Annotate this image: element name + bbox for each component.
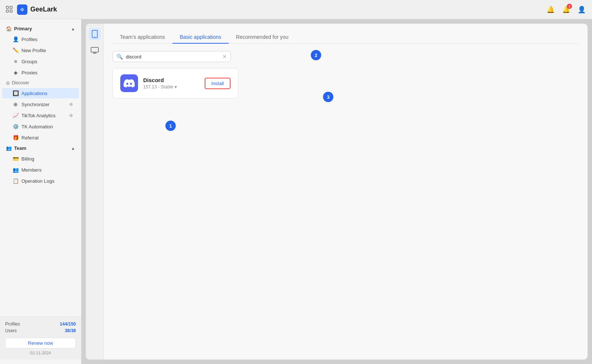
step-badge-3: 3 — [323, 92, 333, 102]
titlebar-right: 🔔 🔔 1 👤 — [546, 5, 586, 14]
svg-rect-0 — [6, 6, 9, 9]
search-input[interactable] — [126, 54, 219, 60]
groups-icon: ≡ — [13, 58, 18, 64]
sidebar-item-new-profile[interactable]: ✏️ New Profile — [2, 45, 79, 55]
content-area: Team's applications Basic applications R… — [81, 19, 592, 364]
primary-section-title: 🏠 Primary — [6, 26, 32, 31]
sidebar-item-billing[interactable]: 💳 Billing — [2, 154, 79, 164]
side-icon-bar — [86, 24, 104, 360]
search-clear-icon[interactable]: ✕ — [222, 54, 227, 60]
sidebar-section-primary[interactable]: 🏠 Primary ▲ — [0, 24, 81, 34]
sidebar-item-synchronizer[interactable]: ⊕ Synchronizer ⊕ — [2, 99, 79, 109]
renew-button[interactable]: Renew now — [5, 338, 76, 348]
sidebar-item-groups[interactable]: ≡ Groups — [2, 56, 79, 67]
notification-badge: 1 — [567, 4, 572, 9]
primary-chevron-icon: ▲ — [71, 27, 75, 31]
sidebar-item-tk-automation[interactable]: ⚙️ TK Automation — [2, 121, 79, 132]
discord-app-info: Discord 157.13 - Stable ▾ — [143, 77, 199, 90]
discord-app-name: Discord — [143, 77, 199, 83]
tiktok-analytics-icon: 📈 — [13, 112, 18, 118]
search-bar: 🔍 ✕ — [112, 51, 231, 62]
sidebar: 🏠 Primary ▲ 👤 Profiles ✏️ New Profile ≡ … — [0, 19, 81, 364]
tk-automation-icon: ⚙️ — [13, 124, 18, 129]
svg-point-6 — [94, 36, 95, 37]
sidebar-item-proxies[interactable]: ◈ Proxies — [2, 67, 79, 78]
discover-icon: ◎ — [6, 80, 10, 85]
users-count: 38/38 — [65, 328, 76, 333]
billing-icon: 💳 — [13, 156, 18, 162]
sidebar-item-operation-logs[interactable]: 📋 Operation Logs — [2, 176, 79, 186]
step-badge-1: 1 — [165, 121, 176, 131]
search-icon: 🔍 — [117, 54, 123, 60]
analytics-badge: ⊕ — [69, 113, 73, 118]
svg-rect-7 — [91, 47, 98, 52]
step-badge-2: 2 — [311, 50, 321, 60]
users-usage-row: Users 38/38 — [5, 328, 76, 333]
discord-app-icon — [120, 74, 138, 92]
new-profile-icon: ✏️ — [13, 47, 18, 53]
discord-app-version: 157.13 - Stable ▾ — [143, 84, 199, 90]
operation-logs-icon: 📋 — [13, 178, 18, 184]
version-dropdown-icon[interactable]: ▾ — [175, 84, 177, 90]
app-name: GeeLark — [30, 6, 57, 13]
svg-rect-3 — [10, 10, 12, 12]
mobile-view-icon[interactable] — [89, 28, 101, 40]
window-toggle-icon[interactable] — [6, 6, 13, 13]
main-layout: 🏠 Primary ▲ 👤 Profiles ✏️ New Profile ≡ … — [0, 19, 592, 364]
desktop-view-icon[interactable] — [89, 44, 101, 56]
referral-icon: 🎁 — [13, 135, 18, 141]
members-icon: 👥 — [13, 167, 18, 173]
sidebar-item-referral[interactable]: 🎁 Referral — [2, 132, 79, 143]
sidebar-item-tiktok-analytics[interactable]: 📈 TikTok Analytics ⊕ — [2, 110, 79, 121]
svg-rect-1 — [10, 6, 12, 9]
titlebar-left: GeeLark — [6, 4, 57, 15]
svg-rect-2 — [6, 10, 9, 12]
proxies-icon: ◈ — [13, 70, 18, 75]
content-inner: Team's applications Basic applications R… — [86, 24, 588, 360]
users-label: Users — [5, 328, 17, 333]
discord-app-card: Discord 157.13 - Stable ▾ Install — [112, 68, 238, 98]
sidebar-item-members[interactable]: 👥 Members — [2, 165, 79, 175]
logo-icon — [17, 4, 27, 15]
sidebar-section-team[interactable]: 👥 Team ▲ — [0, 143, 81, 153]
tab-teams-applications[interactable]: Team's applications — [112, 31, 172, 44]
profiles-label: Profiles — [5, 321, 20, 327]
tab-basic-applications[interactable]: Basic applications — [172, 31, 229, 44]
team-section-title: 👥 Team — [6, 145, 26, 151]
titlebar: GeeLark 🔔 🔔 1 👤 — [0, 0, 592, 19]
notification-icon[interactable]: 🔔 1 — [562, 5, 571, 14]
app-logo: GeeLark — [17, 4, 57, 15]
team-chevron-icon: ▲ — [71, 146, 75, 151]
home-icon: 🏠 — [6, 26, 12, 31]
profiles-usage-row: Profiles 144/150 — [5, 321, 76, 327]
expiry-date: 02-11-2024 — [5, 351, 76, 355]
profiles-icon: 👤 — [13, 36, 18, 42]
applications-icon: 🔲 — [13, 90, 18, 96]
alert-icon[interactable]: 🔔 — [546, 5, 555, 14]
sidebar-item-profiles[interactable]: 👤 Profiles — [2, 34, 79, 44]
synchronizer-icon: ⊕ — [13, 101, 18, 107]
tab-recommended[interactable]: Recommended for you — [229, 31, 296, 44]
user-icon[interactable]: 👤 — [577, 5, 586, 14]
sidebar-footer: Profiles 144/150 Users 38/38 Renew now 0… — [0, 317, 81, 360]
discover-section-label: ◎ Discover — [0, 78, 81, 88]
svg-point-4 — [21, 9, 23, 11]
tabs-row: Team's applications Basic applications R… — [112, 31, 579, 44]
profiles-count: 144/150 — [60, 321, 76, 327]
team-icon: 👥 — [6, 145, 12, 151]
sync-badge: ⊕ — [69, 102, 73, 107]
install-button[interactable]: Install — [205, 78, 231, 89]
main-content: Team's applications Basic applications R… — [104, 24, 588, 360]
sidebar-item-applications[interactable]: 🔲 Applications — [2, 88, 79, 98]
